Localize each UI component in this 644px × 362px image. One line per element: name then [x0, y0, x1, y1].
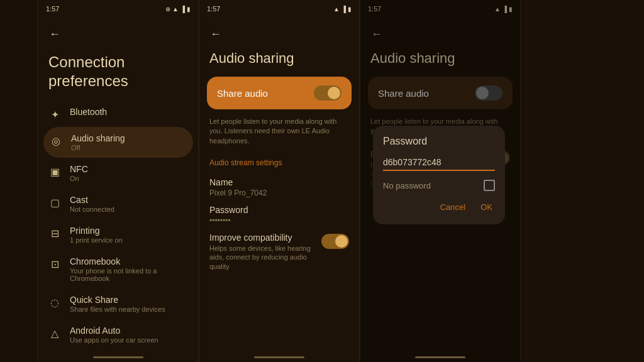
- audio-sharing-icon: ◎: [50, 134, 62, 147]
- cast-sublabel: Not connected: [70, 206, 114, 213]
- chromebook-label: Chromebook: [70, 256, 188, 266]
- menu-item-audio-sharing[interactable]: ◎ Audio sharing Off: [43, 127, 193, 158]
- bottom-nav-indicator-3: [415, 356, 465, 358]
- status-bar-1: 1:57 ⊕ ▲ ▐ ▮: [38, 0, 198, 18]
- back-button-1[interactable]: ←: [43, 23, 66, 45]
- panel-audio-sharing: 1:57 ▲ ▐ ▮ ← Audio sharing Share audio L…: [199, 0, 360, 362]
- section-audio-stream: Audio stream settings: [199, 153, 359, 172]
- battery-icon-2: ▮: [348, 6, 352, 13]
- battery-icon: ▮: [187, 6, 191, 13]
- quick-share-label: Quick Share: [70, 295, 165, 305]
- setting-password[interactable]: Password ••••••••: [199, 200, 359, 228]
- bottom-nav-indicator-2: [254, 356, 304, 358]
- password-label: Password: [209, 205, 349, 215]
- menu-item-android-auto[interactable]: △ Android Auto Use apps on your car scre…: [38, 319, 198, 350]
- compat-toggle[interactable]: [321, 234, 349, 249]
- menu-item-bluetooth[interactable]: ✦ Bluetooth: [38, 101, 198, 127]
- menu-item-printing[interactable]: ⊟ Printing 1 print service on: [38, 219, 198, 250]
- page-title-2: Audio sharing: [199, 48, 359, 77]
- android-auto-sublabel: Use apps on your car screen: [70, 336, 158, 344]
- status-time-2: 1:57: [207, 5, 220, 13]
- status-icons-1: ⊕ ▲ ▐ ▮: [165, 6, 191, 13]
- wifi-icon: ▲: [172, 6, 179, 13]
- compatibility-row[interactable]: Improve compatibility Helps some devices…: [199, 228, 359, 276]
- quick-share-icon: ◌: [48, 296, 61, 309]
- dialog-title: Password: [383, 136, 495, 147]
- nfc-icon: ▣: [48, 165, 61, 178]
- status-bar-2: 1:57 ▲ ▐ ▮: [199, 0, 359, 18]
- android-auto-icon: △: [48, 327, 61, 339]
- password-dialog: Password No password Cancel OK: [373, 126, 505, 224]
- dialog-buttons: Cancel OK: [383, 200, 495, 214]
- status-time-1: 1:57: [46, 5, 59, 13]
- quick-share-sublabel: Share files with nearby devices: [70, 305, 165, 313]
- menu-item-nfc[interactable]: ▣ NFC On: [38, 158, 198, 189]
- chromebook-icon: ⊡: [48, 258, 61, 270]
- no-password-label: No password: [383, 181, 431, 190]
- back-button-2[interactable]: ←: [204, 23, 227, 45]
- android-auto-label: Android Auto: [70, 326, 158, 336]
- signal-icon: ▐: [180, 6, 185, 13]
- audio-sharing-label: Audio sharing: [71, 133, 125, 143]
- share-audio-label: Share audio: [217, 88, 268, 99]
- bottom-nav-indicator-1: [93, 356, 143, 358]
- compat-title: Improve compatibility: [209, 233, 316, 243]
- panel-audio-sharing-dialog: 1:57 ▲ ▐ ▮ ← Audio sharing Share audio L…: [360, 0, 521, 362]
- wifi-icon-2: ▲: [333, 6, 340, 13]
- printing-icon: ⊟: [48, 227, 61, 239]
- name-value: Pixel 9 Pro_7042: [209, 189, 349, 197]
- share-audio-toggle-card[interactable]: Share audio: [207, 77, 352, 109]
- audio-sharing-sublabel: Off: [71, 144, 125, 151]
- page-title-1: Connection preferences: [38, 48, 198, 101]
- cast-label: Cast: [70, 195, 114, 205]
- printing-sublabel: 1 print service on: [70, 236, 123, 244]
- location-icon: ⊕: [165, 6, 170, 13]
- no-password-checkbox[interactable]: [484, 180, 495, 191]
- no-password-row[interactable]: No password: [383, 180, 495, 191]
- password-input[interactable]: [383, 155, 495, 171]
- cast-icon: ▢: [48, 196, 61, 209]
- chromebook-sublabel: Your phone is not linked to a Chromebook: [70, 267, 188, 282]
- printing-label: Printing: [70, 226, 123, 236]
- menu-item-quick-share[interactable]: ◌ Quick Share Share files with nearby de…: [38, 288, 198, 319]
- menu-item-chromebook[interactable]: ⊡ Chromebook Your phone is not linked to…: [38, 250, 198, 288]
- nfc-label: NFC: [70, 164, 88, 174]
- cancel-button[interactable]: Cancel: [438, 200, 468, 214]
- share-audio-toggle[interactable]: [314, 85, 341, 101]
- compat-desc: Helps some devices, like hearing aids, c…: [209, 244, 316, 271]
- menu-item-cast[interactable]: ▢ Cast Not connected: [38, 189, 198, 219]
- name-label: Name: [209, 177, 349, 187]
- nfc-sublabel: On: [70, 175, 88, 182]
- bluetooth-icon: ✦: [48, 108, 61, 121]
- panel-connection-preferences: 1:57 ⊕ ▲ ▐ ▮ ← Connection preferences ✦ …: [38, 0, 199, 362]
- bluetooth-label: Bluetooth: [70, 107, 107, 117]
- share-audio-description: Let people listen to your media along wi…: [199, 117, 359, 153]
- status-icons-2: ▲ ▐ ▮: [333, 6, 352, 13]
- ok-button[interactable]: OK: [478, 200, 495, 214]
- signal-icon-2: ▐: [341, 6, 346, 13]
- setting-name[interactable]: Name Pixel 9 Pro_7042: [199, 172, 359, 200]
- password-value: ••••••••: [209, 216, 349, 225]
